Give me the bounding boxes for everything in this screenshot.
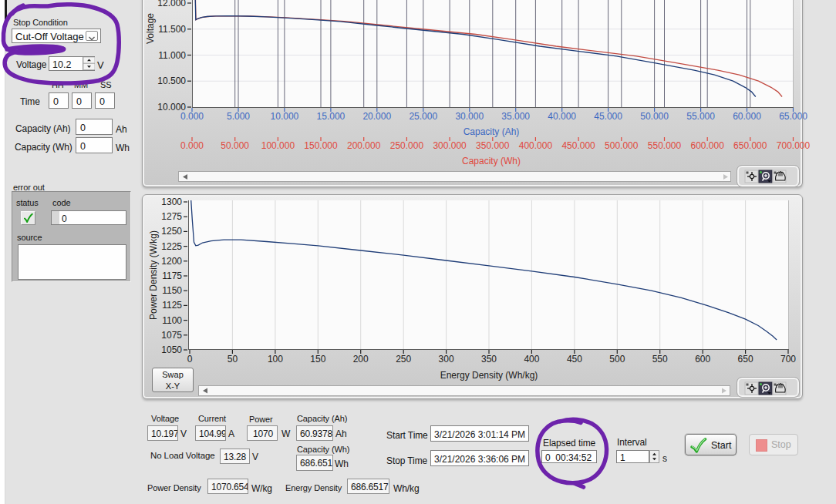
svg-text:600: 600 xyxy=(695,354,710,365)
svg-text:150.000: 150.000 xyxy=(304,140,338,151)
svg-text:50: 50 xyxy=(228,354,238,365)
svg-text:50.000: 50.000 xyxy=(221,140,249,151)
svg-text:20.000: 20.000 xyxy=(362,111,391,122)
svg-text:350.000: 350.000 xyxy=(476,140,510,151)
svg-text:450.000: 450.000 xyxy=(561,140,595,151)
svg-text:300: 300 xyxy=(439,354,454,365)
svg-text:65.000: 65.000 xyxy=(779,111,807,122)
svg-text:1125: 1125 xyxy=(162,300,182,311)
svg-text:1250: 1250 xyxy=(161,226,182,237)
svg-text:60.000: 60.000 xyxy=(733,111,761,122)
svg-text:15.000: 15.000 xyxy=(317,111,346,122)
svg-text:Capacity (Ah): Capacity (Ah) xyxy=(464,126,520,137)
svg-text:Capacity (Wh): Capacity (Wh) xyxy=(462,156,521,166)
svg-text:1150: 1150 xyxy=(162,285,182,296)
svg-text:50.000: 50.000 xyxy=(640,111,669,122)
svg-text:40.000: 40.000 xyxy=(548,111,576,122)
svg-text:100: 100 xyxy=(268,354,283,365)
svg-text:1175: 1175 xyxy=(162,270,182,281)
svg-text:550: 550 xyxy=(652,354,668,365)
svg-text:1050: 1050 xyxy=(161,344,182,355)
svg-text:1200: 1200 xyxy=(161,256,182,267)
svg-text:700.000: 700.000 xyxy=(777,140,811,151)
svg-text:10.000: 10.000 xyxy=(271,111,299,122)
svg-text:500.000: 500.000 xyxy=(605,140,639,151)
svg-text:400.000: 400.000 xyxy=(519,140,553,151)
svg-text:150: 150 xyxy=(310,354,325,365)
svg-text:350: 350 xyxy=(481,354,497,365)
svg-text:550.000: 550.000 xyxy=(648,140,682,151)
svg-text:35.000: 35.000 xyxy=(501,111,530,122)
svg-text:450: 450 xyxy=(567,354,582,365)
svg-text:11.500: 11.500 xyxy=(158,24,186,35)
svg-text:12.000: 12.000 xyxy=(157,0,186,8)
svg-text:1300: 1300 xyxy=(161,197,182,207)
svg-text:Energy Density (Wh/kg): Energy Density (Wh/kg) xyxy=(440,370,538,381)
svg-text:500: 500 xyxy=(609,354,625,365)
svg-text:300.000: 300.000 xyxy=(433,140,467,151)
svg-text:Power Density (W/kg): Power Density (W/kg) xyxy=(148,230,159,320)
svg-text:1075: 1075 xyxy=(161,330,182,341)
svg-text:600.000: 600.000 xyxy=(691,140,725,151)
svg-text:45.000: 45.000 xyxy=(594,111,622,122)
svg-text:100.000: 100.000 xyxy=(261,140,295,151)
svg-text:25.000: 25.000 xyxy=(409,111,437,122)
svg-text:1275: 1275 xyxy=(161,211,182,222)
svg-text:0.000: 0.000 xyxy=(180,140,204,151)
svg-text:1100: 1100 xyxy=(162,315,182,326)
svg-text:200.000: 200.000 xyxy=(347,140,381,151)
svg-text:0: 0 xyxy=(187,354,193,365)
svg-text:400: 400 xyxy=(524,354,539,365)
svg-text:5.000: 5.000 xyxy=(227,111,250,122)
svg-text:55.000: 55.000 xyxy=(686,111,715,122)
svg-text:10.500: 10.500 xyxy=(157,76,186,86)
svg-text:700: 700 xyxy=(780,354,796,365)
svg-text:30.000: 30.000 xyxy=(455,111,484,122)
svg-text:200: 200 xyxy=(353,354,369,365)
svg-text:250: 250 xyxy=(396,354,411,365)
svg-text:1225: 1225 xyxy=(161,241,182,252)
svg-text:Voltage: Voltage xyxy=(145,13,156,44)
svg-text:650.000: 650.000 xyxy=(733,140,767,151)
svg-text:650: 650 xyxy=(738,354,753,365)
svg-text:11.000: 11.000 xyxy=(158,50,186,61)
svg-text:0.000: 0.000 xyxy=(180,111,204,122)
svg-text:250.000: 250.000 xyxy=(390,140,424,151)
